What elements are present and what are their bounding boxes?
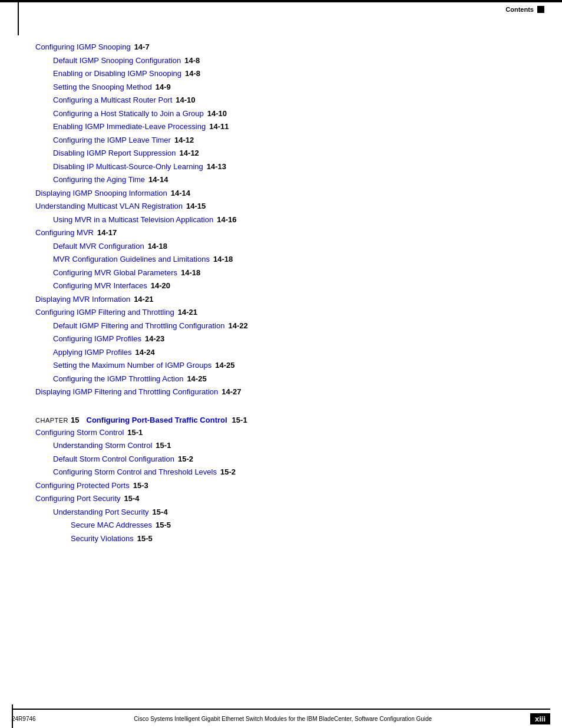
toc-entry: Understanding Storm Control15-1 — [35, 440, 538, 452]
chapter15-title-link[interactable]: Configuring Port-Based Traffic Control — [87, 416, 227, 424]
toc-link[interactable]: Configuring the Aging Time — [53, 174, 145, 186]
toc-entry: Configuring the Aging Time14-14 — [35, 174, 538, 186]
left-bar — [18, 0, 19, 35]
toc-container: Configuring IGMP Snooping14-7Default IGM… — [35, 41, 538, 398]
toc-entry: Configuring Port Security15-4 — [35, 493, 538, 505]
toc-page: 14-8 — [184, 55, 200, 67]
toc-page: 15-2 — [178, 453, 193, 465]
footer-left-text: 24R9746 — [12, 716, 36, 722]
footer-left-bar — [12, 704, 13, 728]
toc-entry: Configuring a Host Statically to Join a … — [35, 108, 538, 120]
toc-link[interactable]: Displaying MVR Information — [35, 294, 130, 305]
chapter-num: 15 — [71, 416, 79, 424]
toc-page: 14-14 — [171, 187, 190, 199]
toc-link[interactable]: Displaying IGMP Filtering and Throttling… — [35, 386, 218, 398]
toc-entry: Default IGMP Snooping Configuration14-8 — [35, 55, 538, 67]
toc-entry: Using MVR in a Multicast Television Appl… — [35, 214, 538, 226]
toc-entry: Disabling IP Multicast-Source-Only Learn… — [35, 161, 538, 173]
toc-page: 14-21 — [134, 294, 153, 305]
top-border — [0, 0, 562, 2]
toc-entry: Configuring IGMP Snooping14-7 — [35, 41, 538, 53]
toc-entry: Applying IGMP Profiles14-24 — [35, 347, 538, 358]
header-contents: Contents — [505, 6, 544, 13]
toc-link[interactable]: Enabling or Disabling IGMP Snooping — [53, 68, 181, 80]
toc-entry: Security Violations15-5 — [35, 533, 538, 545]
toc-link[interactable]: Security Violations — [71, 533, 134, 545]
toc-page: 14-13 — [207, 161, 226, 173]
toc-entry: Default Storm Control Configuration15-2 — [35, 453, 538, 465]
toc-page: 14-11 — [209, 121, 229, 133]
toc-link[interactable]: Configuring IGMP Filtering and Throttlin… — [35, 307, 174, 318]
toc-page: 14-21 — [178, 307, 197, 318]
toc-page: 14-9 — [156, 81, 171, 93]
toc-entry: Understanding Multicast VLAN Registratio… — [35, 200, 538, 212]
toc-link[interactable]: Configuring the IGMP Throttling Action — [53, 373, 183, 385]
toc-link[interactable]: Configuring the IGMP Leave Timer — [53, 134, 171, 146]
ch15-toc-container: Configuring Storm Control15-1Understandi… — [35, 427, 538, 545]
toc-link[interactable]: Default IGMP Filtering and Throttling Co… — [53, 320, 224, 332]
toc-link[interactable]: Displaying IGMP Snooping Information — [35, 187, 167, 199]
toc-page: 14-12 — [174, 134, 194, 146]
toc-link[interactable]: Configuring MVR Interfaces — [53, 280, 147, 292]
toc-entry: Secure MAC Addresses15-5 — [35, 519, 538, 531]
toc-link[interactable]: Configuring MVR — [35, 227, 94, 239]
toc-entry: Understanding Port Security15-4 — [35, 506, 538, 518]
toc-page: 14-25 — [215, 360, 234, 371]
toc-link[interactable]: Configuring Port Security — [35, 493, 121, 505]
toc-link[interactable]: Default Storm Control Configuration — [53, 453, 174, 465]
toc-link[interactable]: Applying IGMP Profiles — [53, 347, 131, 358]
toc-link[interactable]: Understanding Storm Control — [53, 440, 152, 452]
toc-link[interactable]: Understanding Multicast VLAN Registratio… — [35, 200, 183, 212]
toc-link[interactable]: Configuring Storm Control — [35, 427, 124, 439]
toc-page: 15-1 — [127, 427, 143, 439]
toc-page: 14-18 — [213, 253, 233, 265]
toc-page: 15-1 — [156, 440, 171, 452]
header-square — [537, 6, 544, 13]
toc-link[interactable]: Setting the Maximum Number of IGMP Group… — [53, 360, 211, 371]
toc-entry: Displaying IGMP Snooping Information14-1… — [35, 187, 538, 199]
toc-page: 14-25 — [187, 373, 206, 385]
toc-link[interactable]: MVR Configuration Guidelines and Limitat… — [53, 253, 210, 265]
toc-link[interactable]: Understanding Port Security — [53, 506, 149, 518]
toc-entry: Configuring Storm Control and Threshold … — [35, 466, 538, 478]
footer-center-text: Cisco Systems Intelligent Gigabit Ethern… — [36, 716, 530, 722]
toc-link[interactable]: Configuring a Multicast Router Port — [53, 94, 172, 106]
toc-entry: Configuring IGMP Filtering and Throttlin… — [35, 307, 538, 318]
toc-link[interactable]: Setting the Snooping Method — [53, 81, 152, 93]
toc-entry: MVR Configuration Guidelines and Limitat… — [35, 253, 538, 265]
toc-page: 14-23 — [145, 333, 164, 345]
toc-link[interactable]: Configuring a Host Statically to Join a … — [53, 108, 204, 120]
toc-page: 14-27 — [222, 386, 241, 398]
toc-page: 14-18 — [148, 241, 167, 252]
toc-page: 15-4 — [124, 493, 140, 505]
contents-label: Contents — [505, 6, 534, 13]
toc-link[interactable]: Configuring Protected Ports — [35, 480, 130, 492]
toc-page: 15-2 — [220, 466, 236, 478]
toc-entry: Disabling IGMP Report Suppression14-12 — [35, 147, 538, 159]
footer-page: xiii — [530, 713, 550, 724]
toc-link[interactable]: Secure MAC Addresses — [71, 519, 152, 531]
toc-link[interactable]: Disabling IP Multicast-Source-Only Learn… — [53, 161, 203, 173]
toc-link[interactable]: Default MVR Configuration — [53, 241, 144, 252]
toc-link[interactable]: Using MVR in a Multicast Television Appl… — [53, 214, 213, 226]
toc-entry: Configuring the IGMP Leave Timer14-12 — [35, 134, 538, 146]
toc-entry: Configuring MVR Global Parameters14-18 — [35, 267, 538, 279]
chapter-label: chapter — [35, 417, 68, 424]
toc-page: 14-14 — [148, 174, 168, 186]
toc-entry: Setting the Snooping Method14-9 — [35, 81, 538, 93]
toc-link[interactable]: Enabling IGMP Immediate-Leave Processing — [53, 121, 206, 133]
toc-page: 14-18 — [181, 267, 200, 279]
toc-link[interactable]: Disabling IGMP Report Suppression — [53, 147, 176, 159]
chapter15-row: chapter 15 Configuring Port-Based Traffi… — [35, 416, 538, 424]
toc-page: 14-12 — [180, 147, 199, 159]
toc-link[interactable]: Configuring IGMP Profiles — [53, 333, 141, 345]
toc-link[interactable]: Configuring MVR Global Parameters — [53, 267, 177, 279]
toc-link[interactable]: Default IGMP Snooping Configuration — [53, 55, 181, 67]
toc-link[interactable]: Configuring IGMP Snooping — [35, 41, 131, 53]
toc-entry: Configuring a Multicast Router Port14-10 — [35, 94, 538, 106]
toc-link[interactable]: Configuring Storm Control and Threshold … — [53, 466, 217, 478]
chapter15-page: 15-1 — [232, 416, 247, 424]
toc-entry: Configuring Storm Control15-1 — [35, 427, 538, 439]
toc-entry: Configuring MVR14-17 — [35, 227, 538, 239]
footer-content: 24R9746 Cisco Systems Intelligent Gigabi… — [0, 710, 562, 728]
